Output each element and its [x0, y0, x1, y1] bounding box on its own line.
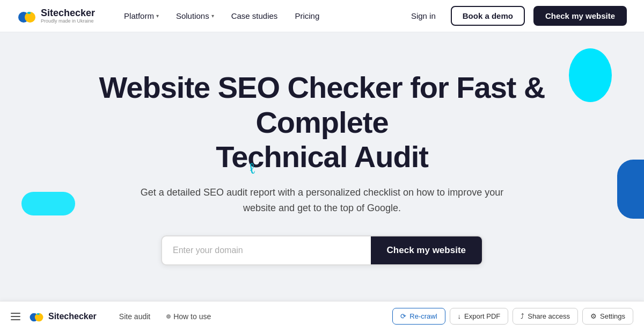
domain-search-bar: Check my website — [161, 235, 483, 265]
bottom-nav-links: Site audit How to use — [113, 309, 392, 324]
bottom-site-audit[interactable]: Site audit — [113, 309, 157, 324]
nav-platform[interactable]: Platform ▾ — [116, 7, 166, 25]
decorative-shape-pill — [21, 192, 75, 215]
share-access-button[interactable]: ⤴ Share access — [513, 308, 578, 325]
export-pdf-button[interactable]: ↓ Export PDF — [450, 308, 509, 325]
bottom-logo-icon — [29, 309, 44, 324]
decorative-shape-cyan — [569, 48, 612, 102]
bottom-toolbar: Sitechecker Site audit How to use ⟳ Re-c… — [0, 301, 644, 331]
nav-links: Platform ▾ Solutions ▾ Case studies Pric… — [116, 7, 405, 25]
nav-case-studies[interactable]: Case studies — [224, 7, 286, 25]
nav-pricing[interactable]: Pricing — [287, 7, 327, 25]
recrawl-button[interactable]: ⟳ Re-crawl — [392, 308, 445, 325]
book-demo-button[interactable]: Book a demo — [451, 6, 525, 26]
bottom-logo-text: Sitechecker — [48, 312, 97, 321]
nav-right: Sign in Book a demo Check my website — [405, 6, 627, 26]
bottom-how-to-use[interactable]: How to use — [160, 309, 217, 324]
sign-in-link[interactable]: Sign in — [405, 7, 442, 25]
check-website-button-hero[interactable]: Check my website — [371, 236, 482, 264]
hero-subtitle: Get a detailed SEO audit report with a p… — [140, 185, 504, 216]
gear-icon: ⚙ — [590, 312, 597, 320]
recrawl-icon: ⟳ — [400, 312, 406, 320]
logo-tagline: Proudly made in Ukraine — [41, 18, 95, 24]
logo[interactable]: Sitechecker Proudly made in Ukraine — [17, 6, 95, 26]
logo-icon — [17, 6, 36, 26]
logo-text: Sitechecker — [41, 8, 95, 19]
download-icon: ↓ — [458, 312, 462, 320]
check-website-button-nav[interactable]: Check my website — [533, 6, 627, 26]
decorative-shape-blue — [617, 160, 644, 219]
bottom-action-buttons: ⟳ Re-crawl ↓ Export PDF ⤴ Share access ⚙… — [392, 308, 633, 325]
settings-button[interactable]: ⚙ Settings — [582, 308, 633, 325]
hero-title: Website SEO Checker for Fast & Complete … — [80, 70, 564, 174]
info-icon — [166, 314, 171, 319]
hamburger-menu-icon[interactable] — [11, 313, 20, 320]
hero-section: ℓ Website SEO Checker for Fast & Complet… — [0, 32, 644, 298]
navbar: Sitechecker Proudly made in Ukraine Plat… — [0, 0, 644, 32]
share-icon: ⤴ — [521, 312, 524, 320]
domain-input[interactable] — [162, 236, 371, 264]
chevron-down-icon: ▾ — [156, 13, 159, 19]
chevron-down-icon: ▾ — [211, 13, 214, 19]
bottom-logo[interactable]: Sitechecker — [29, 309, 97, 324]
nav-solutions[interactable]: Solutions ▾ — [169, 7, 222, 25]
